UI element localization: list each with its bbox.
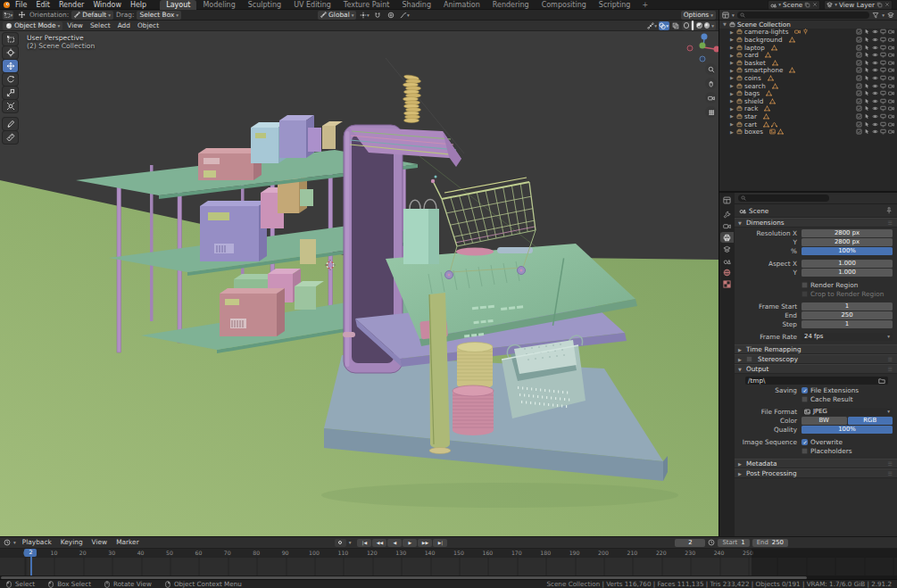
- properties-tab-scene[interactable]: [720, 255, 734, 266]
- outliner-item-boxes[interactable]: ▶boxes: [719, 128, 897, 136]
- new-layer-icon[interactable]: [876, 2, 883, 8]
- pin-icon[interactable]: [885, 207, 893, 214]
- checkbox-icon[interactable]: [856, 83, 862, 89]
- play-button[interactable]: ▶: [403, 539, 417, 547]
- disclosure-icon[interactable]: ▶: [730, 60, 736, 65]
- checkbox-icon[interactable]: [856, 52, 862, 58]
- frame-start-field[interactable]: Start1: [718, 539, 749, 547]
- new-scene-icon[interactable]: [804, 2, 810, 8]
- checkbox-icon[interactable]: [856, 75, 862, 81]
- tab-scripting[interactable]: Scripting: [593, 0, 637, 10]
- options-dropdown[interactable]: Options▾: [681, 11, 716, 20]
- checkbox-icon[interactable]: [856, 90, 862, 96]
- play-reverse-button[interactable]: ◀: [387, 539, 402, 547]
- file-extensions-checkbox[interactable]: [801, 387, 808, 393]
- overwrite-checkbox[interactable]: [801, 439, 808, 445]
- outliner-item-coins[interactable]: ▶coins: [719, 74, 897, 82]
- tool-scale[interactable]: [3, 87, 18, 99]
- overlay-icon[interactable]: [887, 12, 894, 19]
- hide-eye-icon[interactable]: [872, 121, 878, 128]
- tab-compositing[interactable]: Compositing: [536, 0, 593, 10]
- aspect-x-field[interactable]: 1.000: [801, 260, 893, 268]
- viewport-menu-select[interactable]: Select: [87, 21, 114, 31]
- orientation-dropdown[interactable]: Default▾: [71, 11, 113, 20]
- tab-layout[interactable]: Layout: [160, 0, 196, 10]
- panel-time-remapping-header[interactable]: ▶Time Remapping: [735, 344, 897, 354]
- disable-viewport-icon[interactable]: [880, 67, 886, 73]
- breadcrumb-scene[interactable]: Scene: [749, 207, 768, 215]
- disable-render-icon[interactable]: [888, 90, 894, 96]
- tab-uv-editing[interactable]: UV Editing: [287, 0, 337, 10]
- placeholders-checkbox[interactable]: [801, 448, 808, 454]
- move-gizmo-icon[interactable]: [16, 11, 27, 20]
- drag-dropdown[interactable]: Select Box▾: [137, 11, 181, 20]
- viewport-menu-add[interactable]: Add: [114, 21, 134, 31]
- checkbox-icon[interactable]: [856, 98, 862, 104]
- hide-eye-icon[interactable]: [872, 128, 878, 135]
- outliner-item-shield[interactable]: ▶shield: [719, 97, 897, 105]
- hide-eye-icon[interactable]: [872, 52, 878, 58]
- hide-eye-icon[interactable]: [872, 75, 878, 81]
- playhead-frame-chip[interactable]: 2: [24, 549, 37, 557]
- proportional-editing-icon[interactable]: [386, 11, 396, 20]
- outliner-item-smartphone[interactable]: ▶smartphone: [719, 67, 897, 75]
- tool-rotate[interactable]: [3, 73, 18, 86]
- disable-viewport-icon[interactable]: [880, 90, 886, 96]
- nav-zoom-button[interactable]: [705, 63, 717, 75]
- properties-tab-tool[interactable]: [720, 209, 734, 219]
- disclosure-icon[interactable]: ▶: [730, 121, 736, 127]
- outliner-item-bags[interactable]: ▶bags: [719, 89, 897, 97]
- disclosure-icon[interactable]: ▶: [730, 113, 736, 119]
- checkbox-icon[interactable]: [856, 37, 862, 43]
- scene-selector[interactable]: ▾ Scene: [768, 0, 820, 10]
- disclosure-icon[interactable]: ▶: [730, 29, 736, 35]
- scene-3d[interactable]: [0, 31, 718, 536]
- resolution-x-field[interactable]: 2800 px: [801, 229, 893, 237]
- selectable-icon[interactable]: [864, 90, 870, 96]
- disable-viewport-icon[interactable]: [880, 52, 886, 58]
- tab-texture-paint[interactable]: Texture Paint: [337, 0, 396, 10]
- selectable-icon[interactable]: [864, 52, 870, 58]
- disable-render-icon[interactable]: [888, 37, 894, 43]
- shading-material-icon[interactable]: [696, 22, 702, 29]
- viewport-menu-object[interactable]: Object: [134, 21, 162, 31]
- frame-start-field[interactable]: 1: [801, 302, 893, 311]
- hide-eye-icon[interactable]: [872, 67, 878, 73]
- disable-viewport-icon[interactable]: [880, 121, 886, 128]
- properties-tab-editor-type[interactable]: [720, 195, 734, 205]
- add-workspace-button[interactable]: +: [636, 0, 653, 10]
- disclosure-icon[interactable]: ▶: [730, 45, 736, 50]
- color-bw-button[interactable]: BW: [801, 417, 847, 425]
- selectable-icon[interactable]: [864, 121, 870, 128]
- disable-viewport-icon[interactable]: [880, 45, 886, 51]
- disable-render-icon[interactable]: [888, 113, 894, 120]
- quality-slider[interactable]: 100%: [801, 426, 893, 434]
- tab-modeling[interactable]: Modeling: [196, 0, 241, 10]
- hide-eye-icon[interactable]: [872, 29, 878, 35]
- checkbox-icon[interactable]: [856, 67, 862, 73]
- disable-render-icon[interactable]: [888, 105, 894, 112]
- selectable-icon[interactable]: [864, 105, 870, 112]
- snap-target-icon[interactable]: ▾: [359, 11, 370, 20]
- resolution-y-field[interactable]: 2800 px: [801, 238, 893, 246]
- nav-pan-button[interactable]: [705, 78, 717, 89]
- disable-viewport-icon[interactable]: [880, 37, 886, 43]
- checkbox-icon[interactable]: [856, 29, 862, 35]
- hide-eye-icon[interactable]: [872, 45, 878, 51]
- frame-end-field[interactable]: End250: [752, 539, 788, 547]
- aspect-y-field[interactable]: 1.000: [801, 269, 893, 277]
- disable-render-icon[interactable]: [888, 128, 894, 135]
- outliner-item-star[interactable]: ▶star: [719, 112, 897, 120]
- coin-stack-pink[interactable]: [453, 385, 494, 435]
- tab-shading[interactable]: Shading: [395, 0, 437, 10]
- gizmo-toggle-icon[interactable]: ▾: [647, 21, 658, 30]
- disable-viewport-icon[interactable]: [880, 83, 886, 89]
- shading-wireframe-icon[interactable]: [684, 22, 690, 29]
- falloff-curve-icon[interactable]: ▾: [399, 11, 410, 20]
- disable-viewport-icon[interactable]: [880, 105, 886, 112]
- frame-end-field[interactable]: 250: [801, 311, 893, 319]
- disable-viewport-icon[interactable]: [880, 29, 886, 35]
- checkbox-icon[interactable]: [856, 121, 862, 128]
- selectable-icon[interactable]: [864, 83, 870, 89]
- disable-render-icon[interactable]: [888, 45, 894, 51]
